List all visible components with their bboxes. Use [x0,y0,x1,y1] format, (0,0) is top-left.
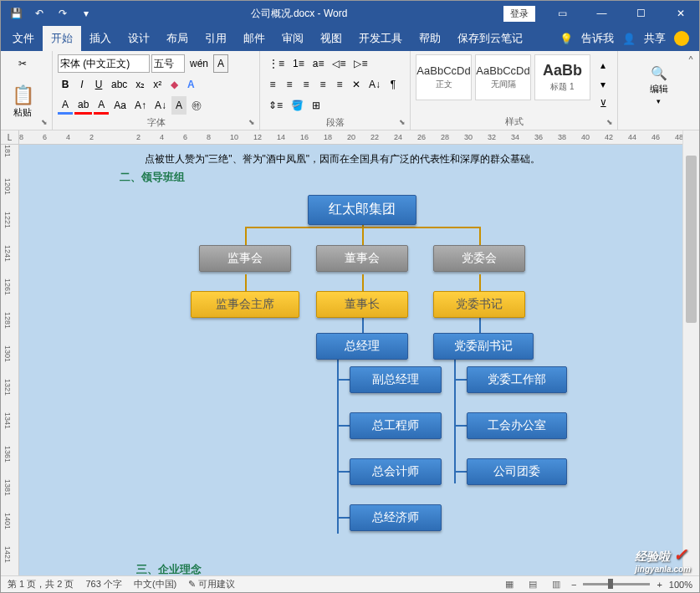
borders-icon[interactable]: ⊞ [309,96,324,115]
tell-me-icon[interactable]: 💡 [559,33,573,45]
org-node-dangweigzb[interactable]: 党委工作部 [467,366,567,393]
align-center-icon[interactable]: ≡ [282,75,297,94]
font-launcher-icon[interactable]: ⬊ [246,116,258,128]
org-node-dangweishuji[interactable]: 党委书记 [433,291,525,318]
zoom-in-icon[interactable]: + [657,580,662,590]
org-node-zonggong[interactable]: 总工程师 [350,412,442,439]
numbering-icon[interactable]: 1≡ [289,54,308,73]
multilevel-icon[interactable]: a≡ [309,54,328,73]
minimize-icon[interactable]: — [583,1,621,26]
distribute-icon[interactable]: ≡ [332,75,347,94]
char-border-icon[interactable]: A [213,54,228,73]
bullets-icon[interactable]: ⋮≡ [265,54,288,73]
styles-up-icon[interactable]: ▴ [595,59,611,72]
org-node-tuanwei[interactable]: 公司团委 [467,458,567,485]
status-suggest[interactable]: ✎ 可用建议 [188,578,235,590]
org-branch-1[interactable]: 董事会 [316,245,408,272]
sort-icon[interactable]: A↓ [365,75,384,94]
italic-button[interactable]: I [74,75,89,94]
strike-button[interactable]: abc [108,75,130,94]
org-branch-0[interactable]: 监事会 [199,245,291,272]
print-layout-icon[interactable]: ▤ [524,578,541,591]
org-node-gonghui[interactable]: 工会办公室 [467,412,567,439]
menu-layout[interactable]: 布局 [158,26,197,51]
clipboard-launcher-icon[interactable]: ⬊ [38,116,50,128]
find-icon[interactable]: 🔍 [651,65,667,81]
menu-insert[interactable]: 插入 [81,26,120,51]
feedback-icon[interactable] [674,31,689,46]
format-painter-icon[interactable]: ✂ [15,54,30,73]
shrink-font-icon[interactable]: A↓ [151,96,170,115]
org-node-zongkuaiji[interactable]: 总会计师 [350,458,442,485]
grow-font-icon[interactable]: A↑ [131,96,150,115]
underline-button[interactable]: U [91,75,106,94]
style-heading1[interactable]: AaBb 标题 1 [534,54,590,100]
clear-format-icon[interactable]: ◆ [166,75,181,94]
asian-layout-icon[interactable]: ✕ [349,75,364,94]
menu-developer[interactable]: 开发工具 [350,26,411,51]
org-branch-2[interactable]: 党委会 [433,245,525,272]
status-lang[interactable]: 中文(中国) [134,578,176,590]
show-marks-icon[interactable]: ¶ [386,75,401,94]
web-layout-icon[interactable]: ▥ [548,578,565,591]
document-area[interactable]: 点被世人赞为"三绝"、誉为"酒中凤凰"，因而在全国具有广泛的代表性和深厚的群众基… [19,145,682,575]
vertical-ruler[interactable]: 1811201122112411261128113011321134113611… [1,145,19,575]
save-icon[interactable]: 💾 [8,5,24,22]
bold-button[interactable]: B [58,75,73,94]
status-page[interactable]: 第 1 页，共 2 页 [8,578,74,590]
maximize-icon[interactable]: ☐ [622,1,660,26]
font-name-select[interactable] [58,54,150,73]
org-chart[interactable]: 红太郎集团 监事会 董事会 党委会 监事会主席 董事长 党委书记 总经理 党委副… [124,195,592,555]
paste-button[interactable]: 📋 粘贴 [6,74,39,129]
increase-indent-icon[interactable]: ▷≡ [350,54,370,73]
org-node-dongshizhang[interactable]: 董事长 [316,291,408,318]
menu-design[interactable]: 设计 [120,26,158,51]
enclose-char-icon[interactable]: ㊕ [188,96,205,115]
style-normal[interactable]: AaBbCcDd 正文 [416,54,472,100]
shading-icon[interactable]: 🪣 [288,96,307,115]
font-size-select[interactable] [151,54,185,73]
superscript-button[interactable]: x² [150,75,165,94]
menu-cloud[interactable]: 保存到云笔记 [449,26,531,51]
redo-icon[interactable]: ↷ [54,5,71,22]
zoom-out-icon[interactable]: − [571,580,576,590]
font-color-icon[interactable]: ab [74,96,92,115]
menu-file[interactable]: 文件 [4,26,43,51]
share-icon[interactable]: 👤 [622,33,636,45]
org-node-zongjingli[interactable]: 总经理 [316,333,408,360]
org-node-dangweifu[interactable]: 党委副书记 [433,333,534,360]
org-node-jianshizhuxi[interactable]: 监事会主席 [191,291,299,318]
zoom-slider[interactable] [583,583,650,585]
org-node-zongjingji[interactable]: 总经济师 [350,504,442,531]
change-case-icon[interactable]: Aa [110,96,130,115]
menu-view[interactable]: 视图 [312,26,350,51]
subscript-button[interactable]: x₂ [132,75,148,94]
undo-icon[interactable]: ↶ [31,5,48,22]
status-words[interactable]: 763 个字 [85,578,121,590]
line-spacing-icon[interactable]: ⇕≡ [265,96,286,115]
tell-me-label[interactable]: 告诉我 [581,31,614,46]
scroll-thumb[interactable] [686,156,697,323]
ribbon-options-icon[interactable]: ▭ [544,1,581,26]
menu-references[interactable]: 引用 [197,26,235,51]
org-node-fuzong[interactable]: 副总经理 [350,366,442,393]
menu-review[interactable]: 审阅 [273,26,312,51]
collapse-ribbon-icon[interactable]: ˄ [687,54,694,70]
text-effects-icon[interactable]: A [183,75,198,94]
login-button[interactable]: 登录 [503,6,535,22]
menu-help[interactable]: 帮助 [411,26,449,51]
font-color2-icon[interactable]: A [94,96,109,115]
styles-down-icon[interactable]: ▾ [595,78,611,91]
align-left-icon[interactable]: ≡ [265,75,280,94]
phonetic-icon[interactable]: wén [186,54,212,73]
vertical-scrollbar[interactable] [682,130,699,575]
styles-more-icon[interactable]: ⊻ [595,97,611,110]
decrease-indent-icon[interactable]: ◁≡ [329,54,349,73]
align-right-icon[interactable]: ≡ [299,75,314,94]
qat-dropdown-icon[interactable]: ▾ [78,5,95,22]
menu-home[interactable]: 开始 [43,26,81,51]
highlight-icon[interactable]: A [58,96,73,115]
read-mode-icon[interactable]: ▦ [501,578,518,591]
justify-icon[interactable]: ≡ [315,75,330,94]
org-root[interactable]: 红太郎集团 [308,195,416,225]
